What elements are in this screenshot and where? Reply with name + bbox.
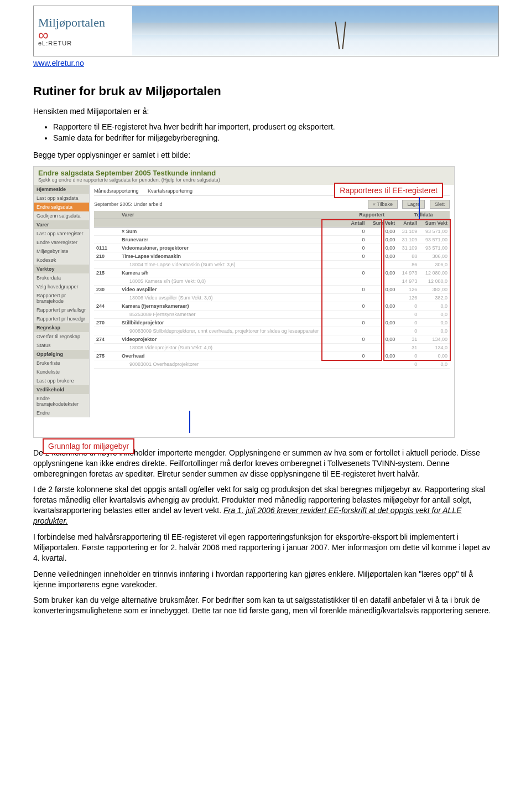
sidebar-item[interactable]: Miljøgebyrliste <box>34 247 89 256</box>
sidebar-group: Verktøy <box>34 265 89 273</box>
sidebar-item[interactable]: Status <box>34 341 89 350</box>
sidebar-item[interactable]: Endre bransjekodetekster <box>34 394 89 408</box>
para-before-shot: Begge typer opplysninger er samlet i ett… <box>33 150 498 161</box>
doc-title: Rutiner for bruk av Miljøportalen <box>33 84 498 99</box>
shot-title: Endre salgsdata September 2005 Testkunde… <box>38 169 450 177</box>
shot-sidebar: HjemmesideLast opp salgsdataEndre salgsd… <box>34 185 90 417</box>
site-link[interactable]: www.elretur.no <box>33 59 84 68</box>
shot-subtitle: Sjekk og endre dine rapporterte salgsdat… <box>38 177 450 183</box>
embedded-screenshot: Endre salgsdata September 2005 Testkunde… <box>33 166 455 438</box>
para-halvaar: I forbindelse med halvårsrapportering ti… <box>33 532 498 563</box>
intro-line: Hensikten med Miljøportalen er å: <box>33 106 498 117</box>
callout-grunnlag: Grunnlag for miljøgebyr <box>43 438 134 454</box>
banner-logo: Miljøportalen ∞ eL:RETUR <box>34 6 132 56</box>
banner: Miljøportalen ∞ eL:RETUR <box>33 6 499 56</box>
sidebar-item[interactable]: Endre salgsdata <box>34 203 89 211</box>
portal-name: Miljøportalen <box>38 15 132 30</box>
sidebar-item[interactable]: Rapportert pr bransjekode <box>34 291 89 306</box>
tab[interactable]: Kvartalsrapportering <box>148 188 192 194</box>
th-varer: Varer <box>119 211 346 219</box>
sidebar-item[interactable]: Kundeliste <box>34 368 89 376</box>
sidebar-item[interactable]: Brukerdata <box>34 273 89 282</box>
sidebar-item[interactable]: Rapportert pr hovedgr <box>34 314 89 323</box>
sidebar-group: Vedlikehold <box>34 385 89 394</box>
arrow-down <box>419 197 420 219</box>
sidebar-group: Hjemmeside <box>34 185 89 194</box>
para-veiledning: Denne veiledningen inneholder en trinnvi… <box>33 569 498 590</box>
sidebar-item[interactable]: Last opp vareregister <box>34 229 89 238</box>
table-row: 90083001 Overheadprojektorer00,0 <box>94 360 450 368</box>
sidebar-item[interactable]: Overfør til regnskap <box>34 332 89 341</box>
red-box-tolldata <box>383 219 451 361</box>
sidebar-item[interactable]: Velg hovedgrupper <box>34 282 89 291</box>
th-rapportert: Rapportert <box>346 211 397 219</box>
sidebar-group: Regnskap <box>34 323 89 332</box>
brand-tag: eL:RETUR <box>38 40 132 46</box>
callout-ee-register: Rapporteres til EE-registeret <box>334 183 443 198</box>
sidebar-item[interactable]: Endre <box>34 408 89 417</box>
sidebar-item[interactable]: Last opp brukere <box>34 376 89 385</box>
arrow-up <box>189 411 190 433</box>
para-bruker: Som bruker kan du velge alternative bruk… <box>33 595 498 616</box>
th-tolldata: Tolldata <box>397 211 450 219</box>
sidebar-group: Varer <box>34 220 89 229</box>
banner-photo <box>132 6 498 56</box>
back-button[interactable]: « Tilbake <box>368 200 398 209</box>
sidebar-item[interactable]: Kodesøk <box>34 256 89 265</box>
list-item: Samle data for bedrifter for miljøgebyrb… <box>53 133 498 142</box>
para-columns-left: I de 2 første kolonnene skal det oppgis … <box>33 484 498 526</box>
sidebar-item[interactable]: Endre vareregister <box>34 238 89 247</box>
sidebar-item[interactable]: Last opp salgsdata <box>34 194 89 203</box>
sidebar-item[interactable]: Rapportert pr avfallsgr <box>34 306 89 314</box>
list-item: Rapportere til EE-registeret hva hver be… <box>53 122 498 131</box>
sidebar-item[interactable]: Brukerliste <box>34 359 89 368</box>
period-label: September 2005: Under arbeid <box>94 201 163 207</box>
tab[interactable]: Månedsrapportering <box>94 188 139 194</box>
sidebar-group: Oppfølging <box>34 350 89 359</box>
sidebar-item[interactable]: Godkjenn salgsdata <box>34 211 89 220</box>
red-box-rapportert <box>321 219 382 361</box>
delete-button[interactable]: Slett <box>430 200 450 209</box>
intro-bullets: Rapportere til EE-registeret hva hver be… <box>53 122 498 142</box>
infinity-icon: ∞ <box>38 30 132 40</box>
